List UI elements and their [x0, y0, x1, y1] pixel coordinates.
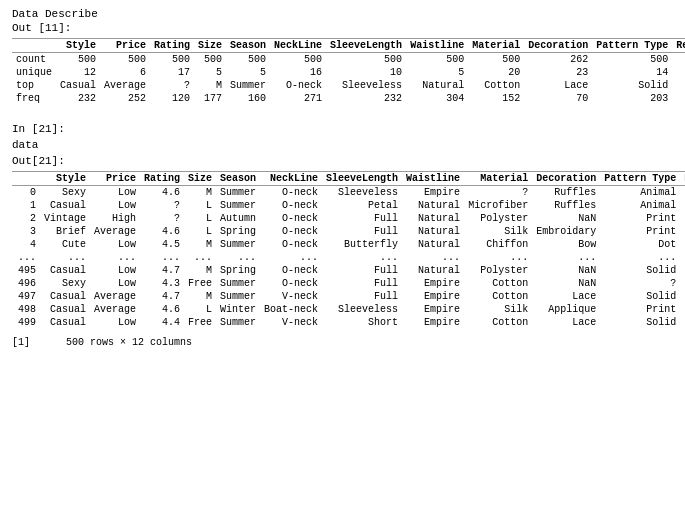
table-row: 0SexyLow4.6MSummerO-neckSleevelessEmpire…	[12, 186, 685, 200]
table-cell: ...	[90, 251, 140, 264]
table-cell: M	[184, 186, 216, 200]
table-row: 497CasualAverage4.7MSummerV-neckFullEmpi…	[12, 290, 685, 303]
table-cell: Spring	[216, 225, 260, 238]
table-cell: 4.7	[140, 290, 184, 303]
table-cell: L	[184, 212, 216, 225]
describe-col-season: Season	[226, 39, 270, 53]
table-row: unique1261755161052023142	[12, 66, 685, 79]
table-cell: Summer	[216, 238, 260, 251]
table-cell: NaN	[532, 277, 600, 290]
footer-text: 500 rows × 12 columns	[66, 337, 192, 348]
row-label: count	[12, 53, 56, 67]
row-index: ...	[12, 251, 40, 264]
table-cell: Summer	[216, 186, 260, 200]
row-index: 0	[12, 186, 40, 200]
table-cell: Full	[322, 225, 402, 238]
data-col-material: Material	[464, 172, 532, 186]
table-cell: ...	[184, 251, 216, 264]
describe-col-size: Size	[194, 39, 226, 53]
table-cell: Print	[600, 303, 680, 316]
table-cell: Chiffon	[464, 238, 532, 251]
describe-col-waistline: Waistline	[406, 39, 468, 53]
table-cell: 4.4	[140, 316, 184, 329]
table-cell: Animal	[600, 186, 680, 200]
table-cell: ...	[260, 251, 322, 264]
table-cell: Full	[322, 212, 402, 225]
table-cell: 252	[100, 92, 150, 105]
table-cell: 500	[100, 53, 150, 67]
data-col-rating: Rating	[140, 172, 184, 186]
table-cell: No	[680, 212, 685, 225]
table-cell: Spring	[216, 264, 260, 277]
table-cell: Solid	[600, 264, 680, 277]
data-out-label: Out[21]:	[12, 155, 673, 167]
table-cell: ...	[140, 251, 184, 264]
table-cell: Brief	[40, 225, 90, 238]
table-cell: Casual	[40, 303, 90, 316]
describe-out-label: Out [11]:	[12, 22, 673, 34]
row-index: 2	[12, 212, 40, 225]
table-cell: Casual	[40, 290, 90, 303]
table-row: 1CasualLow?LSummerO-neckPetalNaturalMicr…	[12, 199, 685, 212]
table-cell: Natural	[402, 199, 464, 212]
table-cell: 500	[226, 53, 270, 67]
table-cell: Average	[90, 290, 140, 303]
table-row: count50050050050050050050050050026250050…	[12, 53, 685, 67]
row-index: 499	[12, 316, 40, 329]
table-cell: Average	[90, 225, 140, 238]
table-cell: 500	[56, 53, 100, 67]
table-cell: ...	[402, 251, 464, 264]
table-cell: Autumn	[216, 212, 260, 225]
data-col-patterntype: Pattern Type	[600, 172, 680, 186]
table-cell: Solid	[600, 290, 680, 303]
table-cell: ...	[600, 251, 680, 264]
table-row: .......................................	[12, 251, 685, 264]
table-cell: Low	[90, 277, 140, 290]
table-cell: Low	[90, 238, 140, 251]
table-cell: 120	[150, 92, 194, 105]
row-index: 3	[12, 225, 40, 238]
table-cell: Sleeveless	[322, 186, 402, 200]
table-cell: Silk	[464, 225, 532, 238]
table-cell: 232	[56, 92, 100, 105]
table-row: freq23225212017716027123230415270203290	[12, 92, 685, 105]
table-cell: Casual	[56, 79, 100, 92]
table-cell: Winter	[216, 303, 260, 316]
table-cell: O-neck	[270, 79, 326, 92]
table-cell: NaN	[532, 264, 600, 277]
table-cell: ?	[140, 212, 184, 225]
table-cell: Natural	[402, 264, 464, 277]
table-cell: Short	[322, 316, 402, 329]
table-cell: ?	[150, 79, 194, 92]
table-cell: Yes	[680, 264, 685, 277]
table-cell: 5	[194, 66, 226, 79]
table-cell: M	[184, 238, 216, 251]
table-cell: ...	[40, 251, 90, 264]
table-cell: Low	[90, 199, 140, 212]
table-row: 495CasualLow4.7MSpringO-neckFullNaturalP…	[12, 264, 685, 277]
data-col-style: Style	[40, 172, 90, 186]
table-cell: ?	[600, 277, 680, 290]
table-cell: 500	[406, 53, 468, 67]
table-cell: ...	[532, 251, 600, 264]
table-cell: Dot	[600, 238, 680, 251]
table-cell: L	[184, 199, 216, 212]
row-label: top	[12, 79, 56, 92]
table-cell: Low	[90, 186, 140, 200]
table-row: topCasualAverage?MSummerO-neckSleeveless…	[12, 79, 685, 92]
table-cell: Natural	[402, 212, 464, 225]
table-cell: Polyster	[464, 264, 532, 277]
table-cell: Free	[184, 316, 216, 329]
describe-col-sleevelength: SleeveLength	[326, 39, 406, 53]
table-cell: 23	[524, 66, 592, 79]
table-cell: No	[680, 316, 685, 329]
table-cell: V-neck	[260, 316, 322, 329]
table-cell: 500	[194, 53, 226, 67]
table-cell: ...	[464, 251, 532, 264]
table-cell: Bow	[532, 238, 600, 251]
table-row: 2VintageHigh?LAutumnO-neckFullNaturalPol…	[12, 212, 685, 225]
table-cell: Embroidary	[532, 225, 600, 238]
table-cell: Sexy	[40, 186, 90, 200]
table-cell: 232	[326, 92, 406, 105]
table-cell: 6	[100, 66, 150, 79]
